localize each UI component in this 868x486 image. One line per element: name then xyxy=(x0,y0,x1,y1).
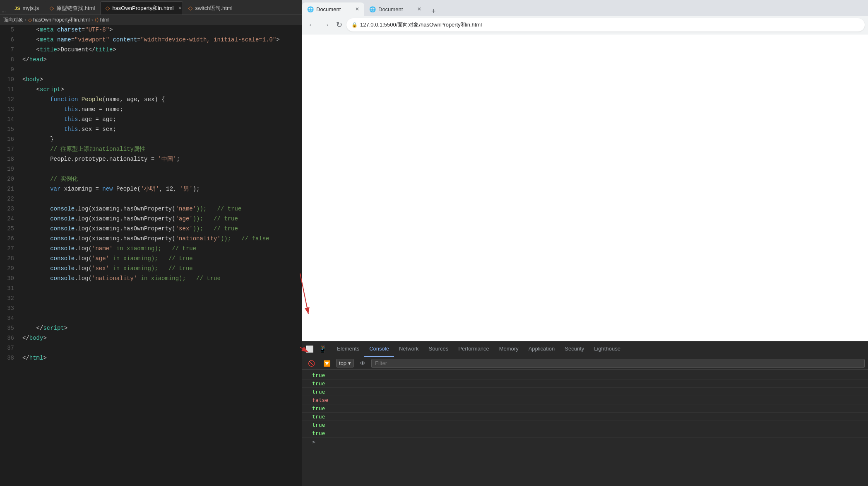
line-content[interactable] xyxy=(21,293,302,303)
breadcrumb-section[interactable]: ⟨⟩ html xyxy=(95,17,110,23)
editor-tab-prototype[interactable]: ◇ 原型链查找.html xyxy=(44,1,100,15)
editor-tab-myjs[interactable]: JS myjs.js xyxy=(9,1,44,15)
editor-tab-hasown-close[interactable]: ✕ xyxy=(178,5,182,11)
line-content[interactable]: this.age = age; xyxy=(21,114,302,124)
console-context-selector[interactable]: top ▾ xyxy=(336,359,354,368)
devtools-tab-performance[interactable]: Performance xyxy=(453,341,494,357)
code-line: 17 // 往原型上添加nationality属性 xyxy=(0,144,302,154)
console-filter-button[interactable]: 🔽 xyxy=(321,359,333,368)
line-content[interactable] xyxy=(21,283,302,293)
line-content[interactable]: <title>Document</title> xyxy=(21,45,302,55)
line-content[interactable] xyxy=(21,303,302,313)
line-number: 17 xyxy=(0,144,21,154)
line-content[interactable]: People.prototype.nationality = '中国'; xyxy=(21,154,302,164)
code-line: 20 // 实例化 xyxy=(0,174,302,184)
line-number: 32 xyxy=(0,293,21,303)
console-value: true xyxy=(312,422,325,428)
line-content[interactable] xyxy=(21,194,302,204)
code-line: 23 console.log(xiaoming.hasOwnProperty('… xyxy=(0,204,302,214)
line-content[interactable] xyxy=(21,313,302,323)
line-content[interactable]: function People(name, age, sex) { xyxy=(21,94,302,104)
code-line: 15 this.sex = sex; xyxy=(0,124,302,134)
console-line: true xyxy=(302,429,868,438)
line-content[interactable]: console.log(xiaoming.hasOwnProperty('age… xyxy=(21,214,302,224)
line-number: 20 xyxy=(0,174,21,184)
line-content[interactable]: console.log(xiaoming.hasOwnProperty('nat… xyxy=(21,234,302,244)
browser-tab-doc1[interactable]: 🌐 Document ✕ xyxy=(302,2,364,16)
line-content[interactable]: this.sex = sex; xyxy=(21,124,302,134)
console-eye-button[interactable]: 👁 xyxy=(357,359,368,368)
line-content[interactable]: console.log('nationality' in xiaoming); … xyxy=(21,273,302,283)
console-value: true xyxy=(312,405,325,411)
code-line: 16 } xyxy=(0,134,302,144)
devtools-inspect-button[interactable]: ⬜ xyxy=(304,343,315,355)
devtools-icon-group: ⬜ 📱 xyxy=(304,343,329,355)
line-content[interactable]: // 实例化 xyxy=(21,174,302,184)
code-line: 28 console.log('age' in xiaoming); // tr… xyxy=(0,254,302,264)
browser-refresh-button[interactable]: ↻ xyxy=(334,18,345,32)
breadcrumb-file-icon: ◇ xyxy=(28,17,32,23)
console-prompt-line[interactable]: > xyxy=(302,438,868,446)
editor-tab-hasown[interactable]: ◇ hasOwnProperty和in.html ✕ xyxy=(100,1,183,15)
line-content[interactable]: </body> xyxy=(21,333,302,343)
browser-tab-doc2[interactable]: 🌐 Document ✕ xyxy=(364,2,426,16)
browser-forward-button[interactable]: → xyxy=(320,18,332,32)
code-editor[interactable]: 5 <meta charset="UTF-8">6 <meta name="vi… xyxy=(0,25,302,486)
browser-tab-doc2-close[interactable]: ✕ xyxy=(417,6,421,12)
line-content[interactable]: console.log(xiaoming.hasOwnProperty('nam… xyxy=(21,204,302,214)
devtools-tab-lighthouse[interactable]: Lighthouse xyxy=(589,341,625,357)
code-line: 6 <meta name="viewport" content="width=d… xyxy=(0,35,302,45)
console-line: true xyxy=(302,380,868,388)
line-content[interactable]: <body> xyxy=(21,75,302,85)
breadcrumb-file[interactable]: ◇ hasOwnProperty和in.html xyxy=(28,17,90,24)
line-content[interactable]: </html> xyxy=(21,353,302,363)
line-content[interactable] xyxy=(21,65,302,75)
line-content[interactable]: </script> xyxy=(21,323,302,333)
devtools-tab-network[interactable]: Network xyxy=(394,341,424,357)
line-content[interactable]: console.log('age' in xiaoming); // true xyxy=(21,254,302,264)
line-content[interactable] xyxy=(21,164,302,174)
line-content[interactable]: var xiaoming = new People('小明', 12, '男')… xyxy=(21,184,302,194)
line-content[interactable]: <script> xyxy=(21,85,302,94)
line-number: 38 xyxy=(0,353,21,363)
devtools-tab-memory[interactable]: Memory xyxy=(494,341,524,357)
line-number: 12 xyxy=(0,94,21,104)
browser-nav: ← → ↻ 🔒 127.0.0.1:5500/面向对象/hasOwnProper… xyxy=(302,16,868,34)
editor-menu-btn[interactable]: ··· xyxy=(2,9,9,15)
console-clear-button[interactable]: 🚫 xyxy=(305,359,317,368)
devtools-device-button[interactable]: 📱 xyxy=(317,343,329,355)
line-content[interactable]: console.log('name' in xiaoming); // true xyxy=(21,244,302,254)
line-content[interactable]: } xyxy=(21,134,302,144)
line-content[interactable] xyxy=(21,343,302,353)
browser-tab-doc1-close[interactable]: ✕ xyxy=(355,6,359,12)
line-content[interactable]: <meta name="viewport" content="width=dev… xyxy=(21,35,302,45)
code-line: 37 xyxy=(0,343,302,353)
console-value: true xyxy=(312,389,325,395)
line-number: 26 xyxy=(0,234,21,244)
editor-tab-switch-label: switch语句.html xyxy=(195,5,232,12)
browser-address-text: 127.0.0.1:5500/面向对象/hasOwnProperty和in.ht… xyxy=(360,21,482,29)
devtools-tab-elements[interactable]: Elements xyxy=(332,341,364,357)
browser-address-bar[interactable]: 🔒 127.0.0.1:5500/面向对象/hasOwnProperty和in.… xyxy=(346,18,865,31)
breadcrumb-root[interactable]: 面向对象 xyxy=(3,17,23,24)
browser-back-button[interactable]: ← xyxy=(305,18,318,32)
line-content[interactable]: </head> xyxy=(21,55,302,65)
line-number: 19 xyxy=(0,164,21,174)
browser-new-tab-button[interactable]: + xyxy=(426,7,441,16)
line-number: 8 xyxy=(0,55,21,65)
devtools-tab-sources[interactable]: Sources xyxy=(424,341,454,357)
editor-tab-switch[interactable]: ◇ switch语句.html xyxy=(183,1,238,15)
console-line: true xyxy=(302,404,868,413)
devtools-tab-application[interactable]: Application xyxy=(524,341,560,357)
line-content[interactable]: // 往原型上添加nationality属性 xyxy=(21,144,302,154)
devtools-tab-console[interactable]: Console xyxy=(364,341,394,357)
console-value: false xyxy=(312,397,328,403)
code-line: 13 this.name = name; xyxy=(0,104,302,114)
line-content[interactable]: console.log('sex' in xiaoming); // true xyxy=(21,264,302,273)
line-content[interactable]: <meta charset="UTF-8"> xyxy=(21,25,302,35)
devtools-tab-security[interactable]: Security xyxy=(560,341,589,357)
line-content[interactable]: console.log(xiaoming.hasOwnProperty('sex… xyxy=(21,224,302,234)
console-filter-input[interactable] xyxy=(371,359,865,368)
code-line: 29 console.log('sex' in xiaoming); // tr… xyxy=(0,264,302,273)
line-content[interactable]: this.name = name; xyxy=(21,104,302,114)
